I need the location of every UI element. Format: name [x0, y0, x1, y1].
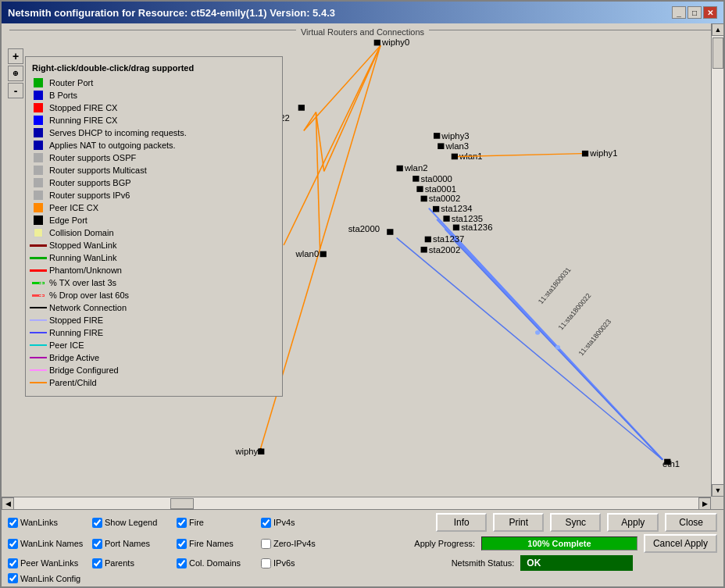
svg-text:sta0000: sta0000 [421, 174, 452, 183]
port-names-checkbox[interactable]: Port Names [92, 539, 170, 549]
legend-ipv6: Router supports IPv6 [32, 190, 276, 201]
svg-line-0 [304, 45, 380, 130]
legend-network-connection: Network Connection [32, 302, 276, 313]
vertical-scrollbar: ▲ ▼ [711, 23, 723, 497]
legend-running-fire: Running FIRE [32, 327, 276, 338]
svg-rect-30 [416, 186, 423, 192]
sync-button[interactable]: Sync [550, 513, 601, 532]
scroll-left-button[interactable]: ◀ [2, 497, 14, 510]
legend-tx-over: % TX over last 3s [32, 277, 276, 288]
toolbar-row-2: WanLink Names Port Names Fire Names Zero… [8, 534, 717, 553]
peer-wanlinks-checkbox[interactable]: Peer WanLinks [8, 558, 86, 568]
svg-text:wiphy1: wiphy1 [589, 149, 617, 158]
parents-checkbox[interactable]: Parents [92, 558, 170, 568]
title-buttons: _ □ ✕ [672, 6, 717, 19]
svg-rect-32 [421, 196, 427, 202]
svg-text:wlan2: wlan2 [404, 164, 428, 173]
legend-b-ports: B Ports [32, 90, 276, 101]
legend-running-fire-cx: Running FIRE CX [32, 115, 276, 126]
content-area: Virtual Routers and Connections + ⊕ - Ri… [2, 23, 723, 586]
scroll-right-button[interactable]: ▶ [698, 497, 711, 510]
svg-line-1 [324, 45, 380, 171]
svg-text:11:sta1800023: 11:sta1800023 [577, 318, 612, 357]
netsmith-status-label: Netsmith Status: [452, 558, 515, 568]
toolbar-row-1: WanLinks Show Legend Fire IPv4s Info Pri… [8, 513, 717, 532]
svg-rect-34 [433, 206, 439, 212]
info-button[interactable]: Info [436, 513, 487, 532]
svg-text:sta0001: sta0001 [425, 184, 456, 193]
progress-bar-container: 100% Complete [481, 536, 638, 551]
legend-stopped-wanlink: Stopped WanLink [32, 240, 276, 251]
close-button[interactable]: Close [665, 513, 717, 532]
svg-line-2 [284, 45, 380, 245]
legend-panel: Right-click/double-click/drag supported … [25, 56, 283, 397]
legend-peer-ice-cx: Peer ICE CX [32, 202, 276, 213]
window-title: Netsmith configuration for Resource: ct5… [8, 7, 335, 19]
scroll-track-horizontal[interactable] [14, 497, 698, 509]
legend-applies-nat: Applies NAT to outgoing packets. [32, 140, 276, 151]
svg-rect-46 [320, 251, 327, 258]
svg-text:sta0002: sta0002 [429, 194, 460, 203]
svg-rect-40 [387, 229, 393, 235]
svg-point-56 [555, 345, 560, 350]
legend-phantom: Phantom/Unknown [32, 265, 276, 276]
wanlinks-checkbox[interactable]: WanLinks [8, 518, 86, 528]
scroll-track-vertical[interactable] [712, 36, 723, 484]
scroll-down-button[interactable]: ▼ [712, 484, 723, 497]
svg-line-11 [397, 238, 662, 460]
apply-progress-label: Apply Progress: [414, 539, 475, 548]
svg-text:eth1: eth1 [662, 460, 680, 469]
wanlink-config-checkbox[interactable]: WanLink Config [8, 573, 86, 583]
svg-line-6 [316, 112, 320, 249]
legend-bridge-configured: Bridge Configured [32, 365, 276, 376]
svg-rect-17 [434, 133, 440, 139]
title-bar: Netsmith configuration for Resource: ct5… [2, 2, 723, 23]
legend-multicast: Router supports Multicast [32, 165, 276, 176]
legend-ospf: Router supports OSPF [32, 152, 276, 163]
main-panel: Virtual Routers and Connections + ⊕ - Ri… [2, 23, 723, 509]
apply-button[interactable]: Apply [607, 513, 659, 532]
wanlink-names-checkbox[interactable]: WanLink Names [8, 539, 86, 549]
minimize-button[interactable]: _ [672, 6, 686, 19]
svg-rect-21 [452, 154, 458, 160]
ipv6s-checkbox[interactable]: IPv6s [261, 558, 339, 568]
svg-rect-19 [438, 143, 444, 149]
svg-rect-42 [425, 237, 431, 243]
legend-running-wanlink: Running WanLink [32, 252, 276, 263]
fire-names-checkbox[interactable]: Fire Names [177, 539, 255, 549]
svg-rect-36 [443, 216, 449, 222]
legend-drop-over: % Drop over last 60s [32, 290, 276, 301]
toolbar-row-3: Peer WanLinks Parents Col. Domains IPv6s… [8, 555, 717, 571]
svg-text:sta1235: sta1235 [452, 214, 483, 223]
svg-rect-23 [582, 151, 588, 157]
cancel-apply-button[interactable]: Cancel Apply [644, 534, 717, 553]
svg-point-55 [535, 330, 540, 335]
svg-text:sta2002: sta2002 [429, 245, 460, 254]
col-domains-checkbox[interactable]: Col. Domains [177, 558, 255, 568]
zero-ipv4s-checkbox[interactable]: Zero-IPv4s [261, 539, 339, 549]
progress-bar-fill: 100% Complete [482, 537, 637, 550]
svg-text:sta1236: sta1236 [461, 223, 492, 232]
legend-serves-dhcp: Serves DHCP to incoming requests. [32, 127, 276, 138]
svg-rect-12 [374, 40, 380, 46]
scroll-thumb-horizontal[interactable] [170, 498, 194, 509]
svg-text:wiphy2: wiphy2 [234, 447, 262, 455]
legend-title: Right-click/double-click/drag supported [32, 63, 276, 73]
svg-text:sta1234: sta1234 [441, 205, 472, 213]
scroll-up-button[interactable]: ▲ [712, 23, 723, 36]
zoom-fit-button[interactable]: ⊕ [8, 66, 23, 81]
horizontal-scrollbar: ◀ ▶ [2, 497, 711, 509]
zoom-out-button[interactable]: - [8, 83, 23, 98]
svg-rect-14 [298, 105, 305, 111]
maximize-button[interactable]: □ [688, 6, 702, 19]
close-window-button[interactable]: ✕ [703, 6, 717, 19]
svg-text:wiphy0: wiphy0 [381, 38, 409, 47]
ipv4s-checkbox[interactable]: IPv4s [261, 518, 339, 528]
scroll-thumb-vertical[interactable] [712, 37, 723, 69]
fire-checkbox[interactable]: Fire [177, 518, 255, 528]
legend-router-port: Router Port [32, 77, 276, 88]
svg-text:11:sta1800031: 11:sta1800031 [537, 266, 573, 305]
show-legend-checkbox[interactable]: Show Legend [92, 518, 170, 528]
zoom-in-button[interactable]: + [8, 48, 23, 64]
print-button[interactable]: Print [493, 513, 544, 532]
